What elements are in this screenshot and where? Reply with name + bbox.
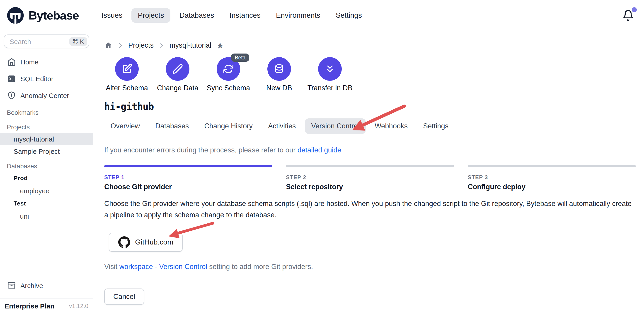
detailed-guide-link[interactable]: detailed guide <box>298 146 341 154</box>
quick-action-label: Change Data <box>157 84 198 92</box>
visit-suffix: setting to add more Git providers. <box>207 262 313 270</box>
github-icon <box>118 236 130 248</box>
search-input[interactable] <box>8 37 69 46</box>
tab-version-control[interactable]: Version Control <box>305 118 366 134</box>
plan-label[interactable]: Enterprise Plan <box>4 302 54 309</box>
visit-prefix: Visit <box>104 262 120 270</box>
quick-action-sync-schema[interactable]: Beta Sync Schema <box>206 57 251 92</box>
sidebar-item-label: Archive <box>20 282 43 289</box>
pencil-icon <box>166 57 190 81</box>
topnav-environments[interactable]: Environments <box>270 8 327 23</box>
breadcrumb-current-project[interactable]: mysql-tutorial <box>170 41 211 50</box>
step-3: STEP 3 Configure deploy <box>468 165 636 191</box>
step-progress-bar <box>468 165 636 167</box>
sidebar-db-employee[interactable]: employee <box>0 184 93 197</box>
topnav-instances[interactable]: Instances <box>223 8 267 23</box>
tab-overview[interactable]: Overview <box>104 118 146 134</box>
notification-bell-button[interactable] <box>621 9 635 22</box>
tab-settings[interactable]: Settings <box>417 118 455 134</box>
chevron-right-icon <box>117 42 124 49</box>
github-provider-button[interactable]: GitHub.com <box>109 232 183 251</box>
sidebar-db-uni[interactable]: uni <box>0 210 93 223</box>
sidebar-item-home[interactable]: Home <box>0 54 93 70</box>
archive-icon <box>7 281 16 290</box>
sidebar-search: ⌘ K <box>4 35 89 48</box>
quick-action-transfer-in-db[interactable]: Transfer in DB <box>307 57 352 92</box>
step-title: Configure deploy <box>468 183 636 191</box>
tab-webhooks[interactable]: Webhooks <box>368 118 414 134</box>
edit-square-icon <box>115 57 139 81</box>
quick-actions: Alter Schema Change Data Beta <box>104 57 636 92</box>
top-nav-links: Issues Projects Databases Instances Envi… <box>95 8 368 23</box>
main-content: Projects mysql-tutorial ★ Alter Sche <box>93 31 644 313</box>
sidebar-item-label: Home <box>20 58 38 66</box>
version-label: v1.12.0 <box>69 302 88 309</box>
database-icon <box>268 57 291 81</box>
sidebar-item-label: Anomaly Center <box>20 92 69 99</box>
topnav-settings[interactable]: Settings <box>329 8 368 23</box>
top-navbar: Bytebase Issues Projects Databases Insta… <box>0 0 644 31</box>
quick-action-alter-schema[interactable]: Alter Schema <box>104 57 150 92</box>
terminal-icon <box>7 74 16 83</box>
step-label: STEP 1 <box>104 174 272 181</box>
topnav-databases[interactable]: Databases <box>173 8 220 23</box>
breadcrumb: Projects mysql-tutorial ★ <box>104 40 636 51</box>
sidebar-section-databases: Databases <box>0 157 93 172</box>
notification-dot <box>632 7 637 12</box>
shield-alert-icon <box>7 91 16 100</box>
bytebase-logo[interactable]: Bytebase <box>6 6 79 25</box>
search-shortcut-badge: ⌘ K <box>69 37 87 46</box>
chevrons-down-icon <box>318 57 342 81</box>
breadcrumb-projects[interactable]: Projects <box>128 41 154 50</box>
home-icon[interactable] <box>104 41 112 50</box>
sidebar-section-projects: Projects <box>0 118 93 133</box>
home-icon <box>7 58 16 66</box>
bytebase-logo-icon <box>6 6 24 25</box>
quick-action-label: Alter Schema <box>106 84 148 92</box>
quick-action-label: New DB <box>266 84 292 92</box>
sidebar-item-anomaly-center[interactable]: Anomaly Center <box>0 87 93 104</box>
github-button-label: GitHub.com <box>135 238 173 246</box>
step-progress-bar <box>104 165 272 167</box>
tab-change-history[interactable]: Change History <box>198 118 259 134</box>
project-title: hi-github <box>104 101 636 112</box>
sidebar-project-sample-project[interactable]: Sample Project <box>0 145 93 157</box>
step-title: Choose Git provider <box>104 183 272 191</box>
visit-workspace-line: Visit workspace - Version Control settin… <box>104 262 636 270</box>
step-description: Choose the Git provider where your datab… <box>104 198 636 221</box>
sidebar-project-mysql-tutorial[interactable]: mysql-tutorial <box>0 133 93 145</box>
sidebar: ⌘ K Home <box>0 31 93 313</box>
app-window: Bytebase Issues Projects Databases Insta… <box>0 0 644 313</box>
quick-action-label: Transfer in DB <box>308 84 352 92</box>
chevron-right-icon <box>158 42 165 49</box>
quick-action-label: Sync Schema <box>207 84 250 92</box>
sidebar-footer: Enterprise Plan v1.12.0 <box>0 298 93 313</box>
project-tabs: Overview Databases Change History Activi… <box>104 118 636 134</box>
beta-badge: Beta <box>231 54 249 62</box>
error-notice: If you encounter errors during the proce… <box>104 146 636 154</box>
quick-action-change-data[interactable]: Change Data <box>155 57 200 92</box>
step-label: STEP 2 <box>286 174 454 181</box>
topnav-projects[interactable]: Projects <box>132 8 170 23</box>
star-icon[interactable]: ★ <box>216 41 224 50</box>
sidebar-item-archive[interactable]: Archive <box>0 277 93 294</box>
footer-divider <box>104 280 636 281</box>
sidebar-item-label: SQL Editor <box>20 75 54 83</box>
quick-action-new-db[interactable]: New DB <box>256 57 302 92</box>
sidebar-item-sql-editor[interactable]: SQL Editor <box>0 70 93 87</box>
step-title: Select repository <box>286 183 454 191</box>
step-progress-bar <box>286 165 454 167</box>
tab-databases[interactable]: Databases <box>149 118 195 134</box>
notice-text: If you encounter errors during the proce… <box>104 146 298 154</box>
wizard-steps: STEP 1 Choose Git provider STEP 2 Select… <box>104 165 636 191</box>
workspace-version-control-link[interactable]: workspace - Version Control <box>120 262 207 270</box>
sidebar-env-test: Test <box>0 197 93 210</box>
tabs-divider <box>93 136 644 136</box>
cancel-button[interactable]: Cancel <box>104 288 144 304</box>
sidebar-section-bookmarks: Bookmarks <box>0 104 93 118</box>
step-label: STEP 3 <box>468 174 636 181</box>
sidebar-env-prod: Prod <box>0 172 93 184</box>
brand-name: Bytebase <box>28 9 79 23</box>
topnav-issues[interactable]: Issues <box>95 8 129 23</box>
tab-activities[interactable]: Activities <box>262 118 302 134</box>
